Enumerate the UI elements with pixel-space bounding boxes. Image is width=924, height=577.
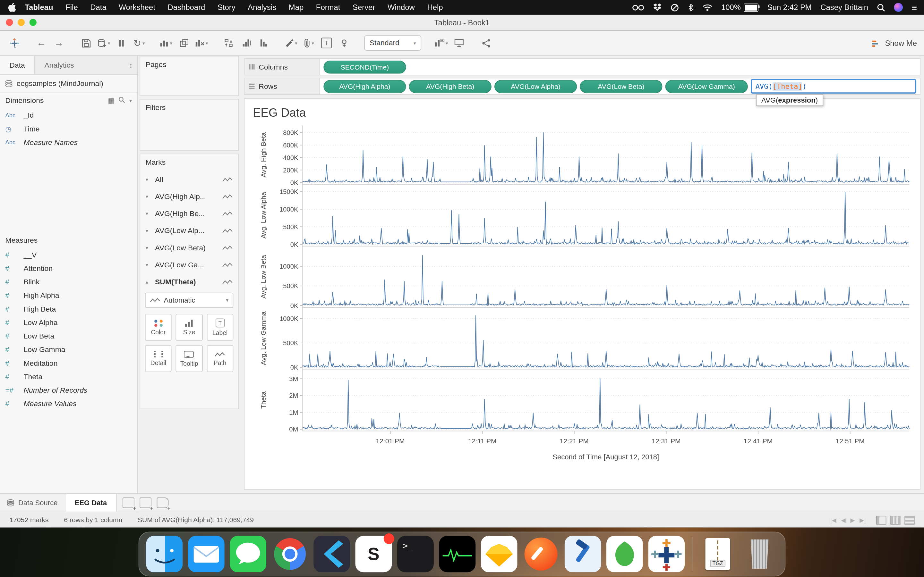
marks-row-avg-low-alp-[interactable]: ▾AVG(Low Alp...: [140, 222, 238, 239]
menu-file[interactable]: File: [65, 3, 78, 12]
marks-row-caret-icon[interactable]: ▾: [145, 176, 152, 182]
marks-row-all[interactable]: ▾All: [140, 171, 238, 188]
mark-type-selector[interactable]: Automatic ▾: [145, 293, 234, 308]
spectacles-icon[interactable]: [632, 3, 644, 12]
field-measure-values[interactable]: #Measure Values: [0, 397, 137, 410]
marks-row-avg-low-ga-[interactable]: ▾AVG(Low Ga...: [140, 256, 238, 273]
find-field-icon[interactable]: [119, 97, 125, 105]
field-attention[interactable]: #Attention: [0, 261, 137, 275]
new-story-tab-button[interactable]: [157, 498, 169, 508]
dropbox-icon[interactable]: [653, 3, 662, 12]
dock-slack-icon[interactable]: S: [355, 536, 392, 572]
dock-mindnode-icon[interactable]: [606, 536, 643, 572]
pill-avg-low-gamma-[interactable]: AVG(Low Gamma): [666, 80, 748, 93]
marks-row-caret-icon[interactable]: ▾: [145, 245, 152, 250]
pill-edit-field[interactable]: AVG( [Theta] ): [751, 79, 916, 93]
rows-shelf[interactable]: Rows AVG(High Alpha)AVG(High Beta)AVG(Lo…: [244, 77, 921, 95]
do-not-disturb-icon[interactable]: [670, 3, 679, 12]
dock-xcode-icon[interactable]: [565, 536, 601, 572]
duplicate-sheet-button[interactable]: [177, 35, 191, 51]
field-meditation[interactable]: #Meditation: [0, 356, 137, 370]
menu-server[interactable]: Server: [352, 3, 375, 12]
attach-button[interactable]: ▾: [302, 35, 316, 51]
dock-messages-icon[interactable]: [230, 536, 266, 572]
size-button[interactable]: Size: [176, 314, 202, 341]
next-sheet-button[interactable]: ▶: [850, 517, 855, 523]
data-source-tab[interactable]: Data Source: [0, 494, 65, 512]
siri-icon[interactable]: [894, 3, 903, 12]
spotlight-icon[interactable]: [877, 3, 885, 12]
dock-chrome-icon[interactable]: [272, 536, 309, 572]
bluetooth-icon[interactable]: [688, 3, 693, 12]
marks-row-avg-high-be-[interactable]: ▾AVG(High Be...: [140, 205, 238, 222]
show-sorter-view-button[interactable]: [905, 516, 914, 524]
fit-selector[interactable]: Standard ▾: [364, 35, 421, 51]
sort-ascending-button[interactable]: [239, 35, 254, 51]
tableau-logo-icon[interactable]: [7, 35, 21, 51]
menu-tableau[interactable]: Tableau: [25, 3, 53, 12]
field-time[interactable]: ◷Time: [0, 122, 137, 135]
menu-worksheet[interactable]: Worksheet: [119, 3, 155, 12]
path-button[interactable]: Path: [207, 345, 233, 372]
marks-row-avg-high-alp-[interactable]: ▾AVG(High Alp...: [140, 188, 238, 205]
undo-button[interactable]: ←: [34, 35, 48, 51]
menu-story[interactable]: Story: [218, 3, 236, 12]
marks-row-caret-icon[interactable]: ▾: [145, 227, 152, 234]
field--v[interactable]: #__V: [0, 248, 137, 261]
worksheet-canvas[interactable]: EEG Data 800K600K400K200K0KAvg. High Bet…: [244, 98, 921, 490]
data-source-item[interactable]: eegsamples (MindJournal): [0, 75, 137, 93]
highlight-button[interactable]: ▾: [284, 35, 298, 51]
dock-terminal-icon[interactable]: >_: [397, 536, 434, 572]
dock-mail-icon[interactable]: [188, 536, 225, 572]
pages-shelf[interactable]: Pages: [140, 56, 239, 96]
fix-axes-button[interactable]: [337, 35, 351, 51]
dock-sketch-icon[interactable]: [481, 536, 517, 572]
color-button[interactable]: Color: [145, 314, 172, 341]
marks-row-caret-icon[interactable]: ▾: [145, 193, 152, 199]
filters-shelf[interactable]: Filters: [140, 99, 239, 151]
dock-ekg-monitor-icon[interactable]: [439, 536, 475, 572]
new-worksheet-button[interactable]: ▾: [159, 35, 173, 51]
field-low-beta[interactable]: #Low Beta: [0, 329, 137, 343]
field-high-beta[interactable]: #High Beta: [0, 302, 137, 316]
text-label-button[interactable]: T: [320, 35, 334, 51]
sheet-tab-eeg-data[interactable]: EEG Data: [65, 494, 117, 512]
eeg-chart[interactable]: 800K600K400K200K0KAvg. High Beta1500K100…: [248, 124, 913, 472]
sort-descending-button[interactable]: [257, 35, 271, 51]
save-button[interactable]: [79, 35, 93, 51]
pill-avg-high-beta-[interactable]: AVG(High Beta): [409, 80, 491, 93]
pill-second-time-[interactable]: SECOND(Time): [323, 60, 406, 73]
menu-dashboard[interactable]: Dashboard: [168, 3, 205, 12]
menu-user[interactable]: Casey Brittain: [821, 3, 868, 12]
pill-avg-low-alpha-[interactable]: AVG(Low Alpha): [494, 80, 577, 93]
dock-vscode-icon[interactable]: [313, 536, 350, 572]
tooltip-button[interactable]: Tooltip: [176, 345, 202, 372]
pill-avg-low-beta-[interactable]: AVG(Low Beta): [580, 80, 662, 93]
swap-axes-button[interactable]: [222, 35, 236, 51]
pause-updates-button[interactable]: [114, 35, 128, 51]
menu-format[interactable]: Format: [316, 3, 341, 12]
dock-tgz-file-icon[interactable]: TGZ: [699, 536, 736, 572]
battery-indicator[interactable]: 100%: [721, 3, 758, 12]
pill-avg-high-alpha-[interactable]: AVG(High Alpha): [323, 80, 406, 93]
dock-tableau-icon[interactable]: [648, 536, 685, 572]
menu-help[interactable]: Help: [427, 3, 443, 12]
clear-sheet-button[interactable]: ▾: [194, 35, 208, 51]
label-button[interactable]: TLabel: [207, 314, 233, 341]
show-mark-labels-button[interactable]: ▾: [434, 35, 448, 51]
menu-data[interactable]: Data: [90, 3, 106, 12]
apple-menu-icon[interactable]: [7, 3, 16, 12]
show-me-button[interactable]: Show Me: [872, 39, 917, 47]
dock-drafts-pen-icon[interactable]: [523, 536, 559, 572]
marks-row-avg-low-beta-[interactable]: ▾AVG(Low Beta): [140, 239, 238, 256]
tab-analytics[interactable]: Analytics: [35, 56, 83, 74]
dock-finder-icon[interactable]: [146, 536, 183, 572]
presentation-mode-button[interactable]: [452, 35, 466, 51]
marks-row-caret-icon[interactable]: ▾: [145, 261, 152, 268]
field-number-of-records[interactable]: =#Number of Records: [0, 384, 137, 397]
new-worksheet-tab-button[interactable]: [123, 498, 135, 508]
detail-button[interactable]: Detail: [145, 345, 172, 372]
new-dashboard-tab-button[interactable]: [140, 498, 152, 508]
refresh-button[interactable]: ↻ ▾: [132, 35, 146, 51]
field-high-alpha[interactable]: #High Alpha: [0, 288, 137, 302]
